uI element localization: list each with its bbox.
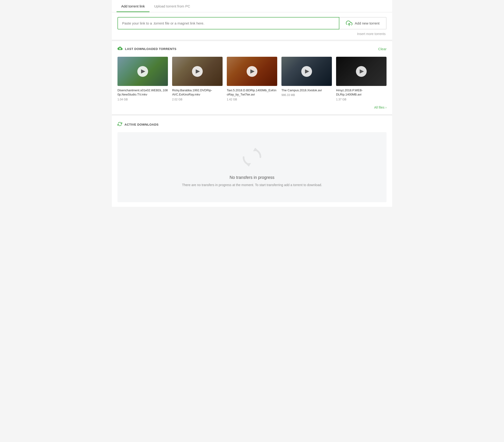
tab-add-link[interactable]: Add torrent link	[117, 0, 149, 12]
input-row: Add new torrent	[117, 17, 387, 29]
torrent-link-input[interactable]	[117, 17, 339, 29]
torrent-thumb-5	[336, 57, 387, 86]
torrent-name-5: Hmyz.2018.P.WEB-DLRip.1400MB.avi	[336, 88, 387, 97]
play-button-4[interactable]	[301, 66, 312, 77]
torrent-card-5[interactable]: Hmyz.2018.P.WEB-DLRip.1400MB.avi 1.37 GB	[336, 57, 387, 101]
torrent-card-3[interactable]: Taxi.5.2018.D.BDRip.1400Mb_ExKinoRay_by_…	[227, 57, 277, 101]
all-files-row: All files ›	[117, 105, 387, 109]
last-downloaded-header: LAST DOWNLOADED TORRENTS Clear	[117, 46, 387, 52]
torrent-thumb-2	[172, 57, 223, 86]
play-button-3[interactable]	[247, 66, 257, 77]
all-files-link[interactable]: All files ›	[374, 106, 387, 109]
active-downloads-title: ACTIVE DOWNLOADS	[125, 123, 159, 126]
upload-cloud-icon	[346, 20, 352, 27]
torrent-card-2[interactable]: Ricky.Barabba.1992.DVDRip-AVC.ExKinoRay.…	[172, 57, 223, 101]
torrent-name-1: Disenchantment.s01e02.WEBDL.1080p.NewStu…	[117, 88, 168, 97]
tab-upload-pc[interactable]: Upload torrent from PC	[149, 0, 195, 12]
no-transfers-desc: There are no transfers in progress at th…	[182, 182, 322, 188]
active-downloads-header: ACTIVE DOWNLOADS	[117, 122, 387, 127]
tabs-section: Add torrent link Upload torrent from PC	[112, 0, 392, 12]
all-files-label: All files	[374, 106, 384, 109]
clear-button[interactable]: Clear	[378, 47, 387, 51]
svg-marker-1	[253, 148, 259, 151]
cloud-download-icon	[117, 46, 123, 52]
active-downloads-section: ACTIVE DOWNLOADS No transfers in progres…	[112, 117, 392, 207]
torrent-size-5: 1.37 GB	[336, 98, 387, 101]
torrent-thumb-1	[117, 57, 168, 86]
play-triangle-icon	[305, 69, 309, 73]
last-downloaded-title: LAST DOWNLOADED TORRENTS	[125, 47, 176, 51]
add-torrent-section: Add new torrent Insert more torrents	[112, 12, 392, 41]
torrent-name-2: Ricky.Barabba.1992.DVDRip-AVC.ExKinoRay.…	[172, 88, 223, 97]
no-transfers-box: No transfers in progress There are no tr…	[117, 132, 387, 202]
play-button-1[interactable]	[137, 66, 148, 77]
torrent-size-4: 986.33 MB	[281, 93, 332, 97]
play-button-5[interactable]	[356, 66, 367, 77]
torrent-name-4: The Campus.2018.Xixidok.avi	[281, 88, 332, 92]
chevron-right-icon: ›	[385, 106, 387, 109]
torrent-thumb-3	[227, 57, 277, 86]
torrent-size-1: 1.04 GB	[117, 98, 168, 101]
torrent-card-1[interactable]: Disenchantment.s01e02.WEBDL.1080p.NewStu…	[117, 57, 168, 101]
no-transfers-title: No transfers in progress	[230, 175, 274, 180]
play-triangle-icon	[360, 69, 364, 73]
insert-more-row: Insert more torrents	[117, 32, 387, 36]
app-container: Add torrent link Upload torrent from PC …	[112, 0, 392, 207]
torrents-grid: Disenchantment.s01e02.WEBDL.1080p.NewStu…	[117, 57, 387, 101]
torrent-name-3: Taxi.5.2018.D.BDRip.1400Mb_ExKinoRay_by_…	[227, 88, 277, 97]
insert-more-link[interactable]: Insert more torrents	[357, 32, 386, 36]
no-transfers-icon	[241, 147, 263, 169]
play-triangle-icon	[196, 69, 200, 73]
torrent-size-3: 1.42 GB	[227, 98, 277, 101]
section-title-last-downloaded: LAST DOWNLOADED TORRENTS	[117, 46, 176, 52]
torrent-card-4[interactable]: The Campus.2018.Xixidok.avi 986.33 MB	[281, 57, 332, 101]
refresh-icon	[117, 122, 122, 127]
svg-marker-2	[246, 163, 251, 166]
play-triangle-icon	[141, 69, 145, 73]
tabs-bar: Add torrent link Upload torrent from PC	[117, 0, 387, 12]
last-downloaded-section: LAST DOWNLOADED TORRENTS Clear Disenchan…	[112, 41, 392, 116]
play-button-2[interactable]	[192, 66, 203, 77]
add-button-label: Add new torrent	[355, 21, 379, 25]
add-new-torrent-button[interactable]: Add new torrent	[339, 17, 387, 29]
torrent-size-2: 2.02 GB	[172, 98, 223, 101]
torrent-thumb-4	[281, 57, 332, 86]
play-triangle-icon	[250, 69, 254, 73]
